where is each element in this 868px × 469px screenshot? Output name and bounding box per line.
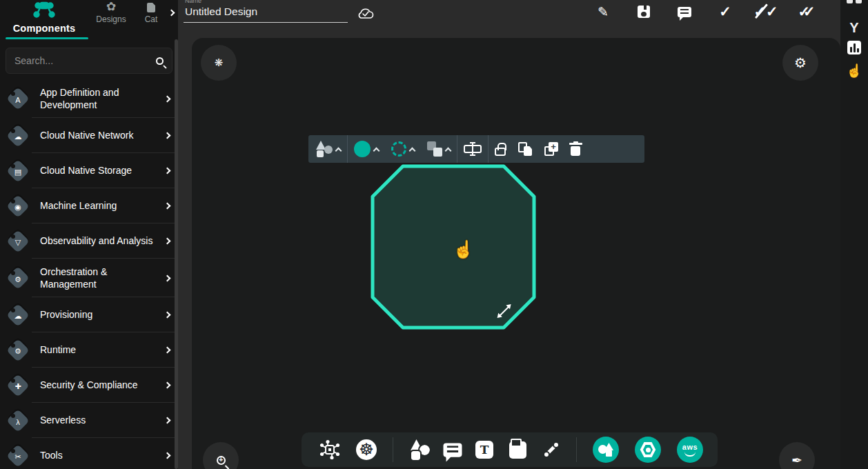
deploy-button[interactable]: ✓✓ xyxy=(798,3,816,21)
dashboard-button[interactable] xyxy=(840,38,868,57)
sidebar-scrollbar[interactable] xyxy=(175,39,178,469)
tools-icon: ✂ xyxy=(6,443,30,468)
active-tab-underline xyxy=(6,37,88,39)
tab-catalog-label: Cat xyxy=(145,14,158,24)
freehand-draw-button[interactable]: ✒ xyxy=(779,442,815,469)
clipped-rail-icon xyxy=(847,0,862,3)
chevron-right-icon xyxy=(164,95,171,102)
lock-icon xyxy=(495,148,506,156)
preferences-button[interactable]: ⚙ xyxy=(782,45,818,81)
category-label: Serverless xyxy=(40,414,165,426)
interactive-mode-button[interactable]: ☝ xyxy=(840,61,868,80)
shapes-icon xyxy=(315,141,333,157)
chevron-right-icon xyxy=(164,452,171,459)
hexagon-library-button[interactable] xyxy=(635,437,661,463)
category-label: Security & Compliance xyxy=(40,379,165,391)
fill-color-swatch xyxy=(354,141,371,157)
category-app-definition[interactable]: A App Definition and Development xyxy=(0,79,178,118)
teal-aws-icon: aws xyxy=(682,443,698,457)
zoom-in-icon xyxy=(217,456,226,465)
orchestration-icon: ⚙ xyxy=(6,266,30,290)
check-icon: ✓ xyxy=(719,3,731,20)
network-icon: ☁ xyxy=(6,123,30,148)
chevron-right-icon xyxy=(164,312,171,319)
category-provisioning[interactable]: ☁ Provisioning xyxy=(0,297,178,332)
canvas-settings-button[interactable]: ❋ xyxy=(201,45,237,81)
components-graph-icon xyxy=(32,1,56,19)
storage-icon: ▤ xyxy=(6,159,30,183)
fill-color-button[interactable] xyxy=(348,135,385,163)
stroke-style-button[interactable] xyxy=(385,135,421,163)
text-tile-icon: T xyxy=(475,441,493,459)
save-button[interactable] xyxy=(635,3,653,21)
tab-designs[interactable]: ✿ Designs xyxy=(88,1,134,39)
toolbar-divider xyxy=(576,437,577,462)
y-split-icon: Y xyxy=(849,20,858,36)
floppy-icon xyxy=(638,6,650,18)
category-machine-learning[interactable]: ◉ Machine Learning xyxy=(0,188,178,223)
dashed-ring-icon xyxy=(391,141,406,157)
search-input[interactable] xyxy=(14,55,156,66)
text-tool-button[interactable]: T xyxy=(475,441,493,459)
chip-icon xyxy=(319,439,340,460)
shapes-icon xyxy=(409,439,430,460)
components-sidebar: Components ✿ Designs Cat A App Definitio… xyxy=(0,0,178,469)
hand-cursor: ☝ xyxy=(453,239,474,259)
chevron-up-icon xyxy=(373,147,380,154)
tab-catalog[interactable]: Cat xyxy=(134,3,168,39)
resize-handle-icon[interactable] xyxy=(496,304,511,319)
category-cloud-native-storage[interactable]: ▤ Cloud Native Storage xyxy=(0,153,178,188)
category-label: Cloud Native Storage xyxy=(40,164,165,177)
node-context-toolbar: + xyxy=(308,135,644,163)
comment-icon xyxy=(444,443,462,457)
note-tool-button[interactable] xyxy=(509,441,526,459)
note-icon xyxy=(509,441,526,459)
category-cloud-native-network[interactable]: ☁ Cloud Native Network xyxy=(0,118,178,153)
tabs-scroll-right-button[interactable] xyxy=(169,6,174,18)
undeploy-button[interactable]: ✓✓ xyxy=(757,3,775,21)
category-runtime[interactable]: ⚙ Runtime xyxy=(0,332,178,368)
shape-picker-button[interactable] xyxy=(308,135,347,163)
validate-button[interactable]: ✓ xyxy=(716,3,734,21)
shapes-library-button[interactable] xyxy=(593,437,619,463)
comment-tool-button[interactable] xyxy=(446,445,460,455)
aws-library-button[interactable]: aws xyxy=(677,437,703,463)
add-to-group-button[interactable]: + xyxy=(538,135,564,163)
rename-button[interactable] xyxy=(457,135,488,163)
duplicate-button[interactable] xyxy=(512,135,538,163)
tab-components-label: Components xyxy=(13,23,76,34)
chevron-right-icon xyxy=(168,10,175,17)
category-label: App Definition and Development xyxy=(40,86,165,111)
comment-button[interactable] xyxy=(675,3,693,21)
category-observability[interactable]: ▽ Observability and Analysis xyxy=(0,223,178,259)
design-name-input[interactable] xyxy=(184,4,348,23)
toolbar-divider xyxy=(393,437,393,462)
pencil-icon: ✎ xyxy=(598,4,609,20)
chevron-right-icon xyxy=(164,132,171,139)
kubernetes-tool-button[interactable]: ☸ xyxy=(356,439,377,460)
category-label: Provisioning xyxy=(40,308,165,321)
double-check-icon: ✓✓ xyxy=(798,3,815,20)
delete-button[interactable] xyxy=(564,135,586,163)
touch-pointer-icon: ☝ xyxy=(846,63,862,79)
category-serverless[interactable]: λ Serverless xyxy=(0,403,178,438)
design-name-block: Name xyxy=(184,0,349,23)
component-search[interactable] xyxy=(6,48,172,74)
components-tool-button[interactable] xyxy=(319,439,340,460)
category-orchestration[interactable]: ⚙ Orchestration & Management xyxy=(0,259,178,297)
shapes-tool-button[interactable] xyxy=(409,439,430,460)
zoom-in-button[interactable] xyxy=(203,442,239,469)
flower-icon: ❋ xyxy=(215,57,224,69)
category-tools[interactable]: ✂ Tools xyxy=(0,438,178,469)
edge-tool-button[interactable] xyxy=(542,441,560,459)
provisioning-icon: ☁ xyxy=(6,303,30,328)
category-security[interactable]: ✚ Security & Compliance xyxy=(0,368,178,403)
lock-button[interactable] xyxy=(489,135,512,163)
merge-button[interactable]: Y xyxy=(840,18,868,37)
chevron-up-icon xyxy=(445,147,452,154)
edit-button[interactable]: ✎ xyxy=(594,3,612,21)
tab-components[interactable]: Components xyxy=(0,1,88,39)
design-canvas[interactable]: ❋ ⚙ ✒ ☝ xyxy=(192,38,840,469)
sidebar-tabstrip: Components ✿ Designs Cat xyxy=(0,0,178,39)
arrange-button[interactable] xyxy=(421,135,457,163)
